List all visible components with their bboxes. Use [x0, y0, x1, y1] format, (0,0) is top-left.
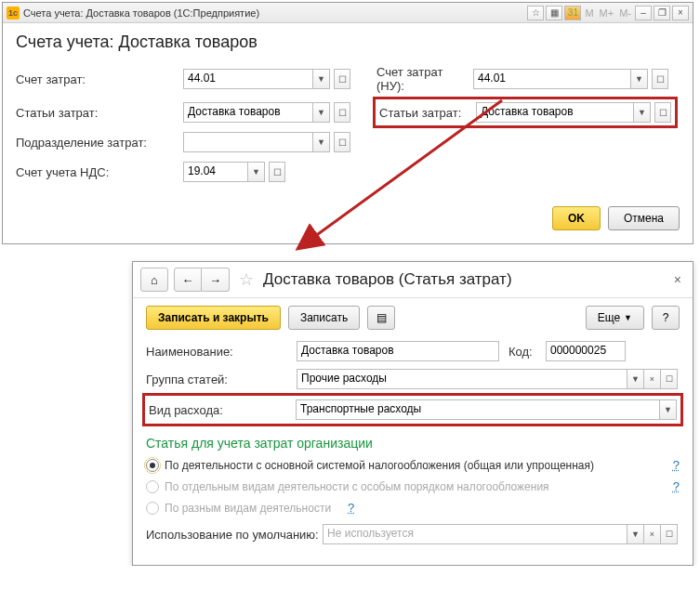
close-button[interactable]: × — [672, 6, 689, 20]
vat-account-input[interactable]: 19.04 — [183, 162, 248, 182]
dropdown-icon[interactable]: ▼ — [313, 69, 330, 89]
dropdown-icon[interactable]: ▼ — [248, 162, 265, 182]
help-link[interactable]: ? — [673, 458, 680, 472]
label-cost-account: Счет затрат: — [16, 72, 183, 86]
clear-icon[interactable]: × — [644, 524, 661, 544]
department-input[interactable] — [183, 132, 313, 152]
open-icon[interactable]: ☐ — [661, 524, 678, 544]
page-title: Доставка товаров (Статья затрат) — [263, 270, 665, 289]
mem-m[interactable]: M — [583, 7, 595, 19]
dropdown-icon[interactable]: ▼ — [627, 369, 644, 389]
open-icon[interactable]: ☐ — [334, 132, 350, 152]
radio-label: По отдельным видам деятельности с особым… — [165, 480, 549, 493]
dropdown-icon[interactable]: ▼ — [313, 102, 330, 123]
maximize-button[interactable]: ❐ — [654, 6, 670, 20]
back-button[interactable]: ← — [174, 268, 202, 292]
radio-mixed[interactable] — [146, 502, 159, 515]
window-title: Счета учета: Доставка товаров (1С:Предпр… — [23, 7, 527, 19]
label-code: Код: — [508, 345, 546, 359]
label-expense-type: Вид расхода: — [149, 403, 296, 417]
label-cost-items: Статьи затрат: — [16, 106, 183, 120]
open-icon[interactable]: ☐ — [334, 102, 350, 123]
label-group: Группа статей: — [146, 373, 297, 386]
cost-account-input[interactable]: 44.01 — [183, 69, 313, 89]
open-icon[interactable]: ☐ — [661, 369, 678, 389]
radio-label: По деятельности с основной системой нало… — [165, 459, 594, 472]
open-icon[interactable]: ☐ — [654, 102, 671, 123]
label-default-use: Использование по умолчанию: — [146, 528, 323, 542]
close-icon[interactable]: × — [670, 272, 685, 287]
calc-icon[interactable]: ▦ — [546, 6, 562, 20]
favorite-icon[interactable]: ☆ — [239, 269, 254, 290]
radio-label: По разным видам деятельности — [165, 502, 331, 515]
label-vat-account: Счет учета НДС: — [16, 165, 183, 179]
cost-item-window: ⌂ ← → ☆ Доставка товаров (Статья затрат)… — [132, 261, 693, 566]
highlight-cost-items: Статьи затрат: Доставка товаров ▼ ☐ — [373, 97, 678, 128]
radio-special-tax[interactable] — [146, 480, 159, 493]
name-input[interactable]: Доставка товаров — [297, 341, 499, 361]
cancel-button[interactable]: Отмена — [608, 206, 680, 230]
dropdown-icon[interactable]: ▼ — [634, 102, 651, 123]
fav-icon[interactable]: ☆ — [527, 6, 544, 20]
code-input[interactable]: 000000025 — [546, 341, 626, 361]
expense-type-input[interactable]: Транспортные расходы — [296, 399, 660, 420]
more-button[interactable]: Еще▼ — [586, 306, 644, 330]
mem-mplus[interactable]: M+ — [598, 7, 616, 19]
page-title: Счета учета: Доставка товаров — [16, 33, 680, 52]
help-link[interactable]: ? — [673, 479, 680, 493]
titlebar-controls: ☆ ▦ 31 M M+ M- – ❐ × — [527, 6, 689, 20]
section-heading: Статья для учета затрат организации — [146, 436, 680, 451]
help-button[interactable]: ? — [652, 306, 680, 330]
window-body: Счета учета: Доставка товаров Счет затра… — [3, 23, 693, 243]
list-icon[interactable]: ▤ — [367, 306, 395, 330]
dropdown-icon[interactable]: ▼ — [627, 524, 644, 544]
group-input[interactable]: Прочие расходы — [297, 369, 627, 389]
window-header: ⌂ ← → ☆ Доставка товаров (Статья затрат)… — [133, 262, 693, 298]
titlebar: 1c Счета учета: Доставка товаров (1С:Пре… — [3, 3, 693, 23]
save-close-button[interactable]: Записать и закрыть — [146, 306, 281, 330]
accounts-window: 1c Счета учета: Доставка товаров (1С:Пре… — [2, 2, 693, 244]
cost-items-input[interactable]: Доставка товаров — [183, 102, 313, 123]
highlight-expense-type: Вид расхода: Транспортные расходы ▼ — [142, 393, 683, 426]
minimize-button[interactable]: – — [635, 6, 652, 20]
app-icon: 1c — [7, 7, 20, 20]
open-icon[interactable]: ☐ — [652, 69, 668, 89]
forward-button[interactable]: → — [202, 268, 230, 292]
ok-button[interactable]: OK — [552, 206, 601, 230]
mem-mminus[interactable]: M- — [617, 7, 633, 19]
calendar-icon[interactable]: 31 — [564, 6, 581, 20]
save-button[interactable]: Записать — [288, 306, 360, 330]
clear-icon[interactable]: × — [644, 369, 661, 389]
toolbar: Записать и закрыть Записать ▤ Еще▼ ? — [133, 298, 693, 337]
open-icon[interactable]: ☐ — [334, 69, 350, 89]
home-button[interactable]: ⌂ — [140, 268, 168, 292]
label-department: Подразделение затрат: — [16, 136, 183, 150]
label-cost-account-nu: Счет затрат (НУ): — [376, 65, 473, 93]
open-icon[interactable]: ☐ — [269, 162, 285, 182]
default-use-input[interactable]: Не используется — [323, 524, 627, 544]
dropdown-icon[interactable]: ▼ — [660, 399, 677, 420]
help-link[interactable]: ? — [348, 501, 354, 515]
cost-items-r-input[interactable]: Доставка товаров — [476, 102, 634, 123]
cost-account-nu-input[interactable]: 44.01 — [473, 69, 631, 89]
dropdown-icon[interactable]: ▼ — [313, 132, 330, 152]
window-body: Наименование: Доставка товаров Код: 0000… — [133, 337, 693, 565]
label-name: Наименование: — [146, 345, 297, 359]
dropdown-icon[interactable]: ▼ — [631, 69, 648, 89]
label-cost-items-r: Статьи затрат: — [379, 106, 476, 120]
radio-main-tax[interactable] — [146, 459, 159, 472]
